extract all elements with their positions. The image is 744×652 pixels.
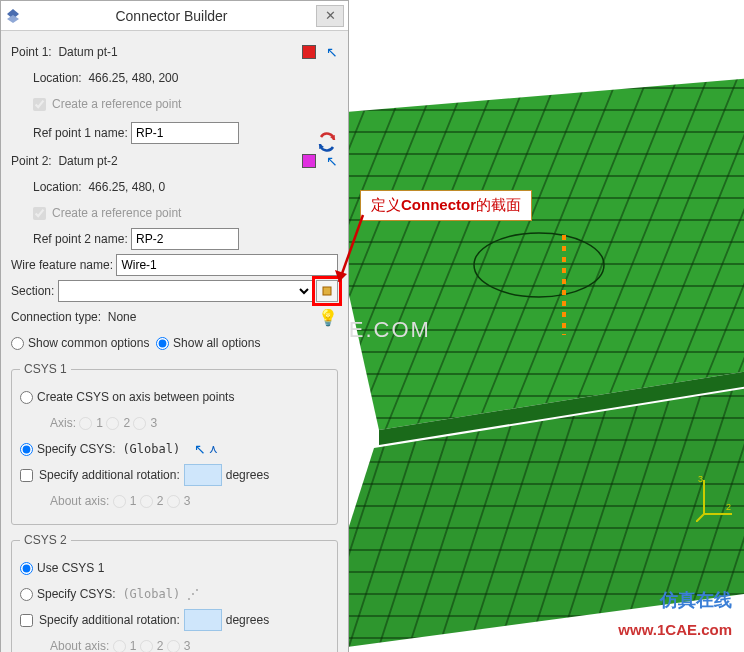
app-icon: [5, 8, 21, 24]
callout-t2: Connector: [401, 196, 476, 213]
pick-csys-icon[interactable]: ↖: [194, 441, 206, 457]
watermark-url: www.1CAE.com: [618, 621, 732, 638]
refname2-label: Ref point 2 name:: [33, 232, 128, 246]
point2-location-value: 466.25, 480, 0: [88, 180, 165, 194]
csys2-specify-label: Specify CSYS:: [37, 587, 116, 601]
show-common-radio[interactable]: [11, 337, 24, 350]
watermark-brand: 仿真在线: [660, 588, 732, 612]
axis2-radio: [106, 417, 119, 430]
csys1-legend: CSYS 1: [20, 362, 71, 376]
conntype-value: None: [108, 310, 137, 324]
point1-location-row: Location: 466.25, 480, 200: [11, 67, 338, 89]
point2-header: Point 2: Datum pt-2 ↖: [11, 150, 338, 172]
svg-text:3: 3: [698, 474, 703, 484]
ab2: 2: [157, 494, 164, 508]
csys1-degrees-input[interactable]: [184, 464, 222, 486]
about-axis2-label: About axis:: [50, 639, 109, 652]
annotation-callout: 定义Connector的截面: [360, 190, 532, 221]
section-label: Section:: [11, 284, 54, 298]
csys2-specify-radio[interactable]: [20, 588, 33, 601]
svg-marker-10: [7, 15, 19, 23]
show-all-radio[interactable]: [156, 337, 169, 350]
point2-label: Point 2:: [11, 154, 52, 168]
csys2-use1-label: Use CSYS 1: [37, 561, 104, 575]
callout-t1: 定义: [371, 196, 401, 213]
point1-createref-checkbox: [33, 98, 46, 111]
axis-label: Axis:: [50, 416, 76, 430]
point1-datum: Datum pt-1: [58, 45, 117, 59]
axis3-l: 3: [150, 416, 157, 430]
csys1-create-axis-radio[interactable]: [20, 391, 33, 404]
ab3: 3: [184, 494, 191, 508]
createref-label: Create a reference point: [52, 97, 181, 111]
about-axis-label: About axis:: [50, 494, 109, 508]
svg-line-14: [339, 215, 363, 282]
ref-point2-name-input[interactable]: [131, 228, 239, 250]
createref-label: Create a reference point: [52, 206, 181, 220]
wire-label: Wire feature name:: [11, 258, 113, 272]
point1-location-value: 466.25, 480, 200: [88, 71, 178, 85]
pick-csys2-icon: ⋰: [187, 587, 199, 601]
deg2-label: degrees: [226, 613, 269, 627]
c2about2-radio: [140, 640, 153, 653]
viewport-axes-icon: 2 3: [696, 472, 736, 522]
svg-marker-4: [349, 70, 744, 430]
svg-line-18: [696, 514, 704, 522]
point1-label: Point 1:: [11, 45, 52, 59]
close-button[interactable]: ✕: [316, 5, 344, 27]
callout-t3: 的截面: [476, 196, 521, 213]
point2-location-row: Location: 466.25, 480, 0: [11, 176, 338, 198]
csys1-rotation-checkbox[interactable]: [20, 469, 33, 482]
swap-points-icon[interactable]: [316, 131, 338, 158]
deg-label: degrees: [226, 468, 269, 482]
wire-feature-name-input[interactable]: [116, 254, 338, 276]
csys2-degrees-input[interactable]: [184, 609, 222, 631]
connection-type-row: Connection type: None 💡: [11, 306, 338, 328]
section-row: Section:: [11, 280, 338, 302]
csys2-global: (Global): [122, 587, 180, 601]
ab1: 1: [130, 494, 137, 508]
point1-header: Point 1: Datum pt-1 ↖: [11, 41, 338, 63]
csys2-rot-label: Specify additional rotation:: [39, 613, 180, 627]
csys1-global: (Global): [122, 442, 180, 456]
csys2-use1-radio[interactable]: [20, 562, 33, 575]
point2-createref-row: Create a reference point: [11, 202, 338, 224]
axes-icon[interactable]: ⋏: [209, 442, 218, 456]
wire-name-row: Wire feature name:: [11, 254, 338, 276]
point2-datum: Datum pt-2: [58, 154, 117, 168]
point2-refname-row: Ref point 2 name:: [11, 228, 338, 250]
axis3-radio: [133, 417, 146, 430]
opt-all-label: Show all options: [173, 336, 260, 350]
c2about1-radio: [113, 640, 126, 653]
csys2-group: CSYS 2 Use CSYS 1 Specify CSYS: (Global)…: [11, 533, 338, 652]
csys1-specify-radio[interactable]: [20, 443, 33, 456]
hint-icon[interactable]: 💡: [318, 308, 338, 327]
about3-radio: [167, 495, 180, 508]
point2-color-swatch[interactable]: [302, 154, 316, 168]
about1-radio: [113, 495, 126, 508]
svg-rect-13: [323, 287, 331, 295]
point1-createref-row: Create a reference point: [11, 93, 338, 115]
c2ab3: 3: [184, 639, 191, 652]
c2ab2: 2: [157, 639, 164, 652]
opt-common-label: Show common options: [28, 336, 149, 350]
pick-icon[interactable]: ↖: [326, 44, 338, 60]
csys2-legend: CSYS 2: [20, 533, 71, 547]
section-select[interactable]: [58, 280, 313, 302]
c2ab1: 1: [130, 639, 137, 652]
svg-text:2: 2: [726, 502, 731, 512]
ref-point1-name-input[interactable]: [131, 122, 239, 144]
point2-createref-checkbox: [33, 207, 46, 220]
csys1-create-label: Create CSYS on axis between points: [37, 390, 234, 404]
titlebar[interactable]: Connector Builder ✕: [1, 1, 348, 31]
location-label: Location:: [33, 180, 82, 194]
csys2-rotation-checkbox[interactable]: [20, 614, 33, 627]
point1-color-swatch[interactable]: [302, 45, 316, 59]
options-row: Show common options Show all options: [11, 332, 338, 354]
location-label: Location:: [33, 71, 82, 85]
csys1-specify-label: Specify CSYS:: [37, 442, 116, 456]
csys1-rot-label: Specify additional rotation:: [39, 468, 180, 482]
callout-arrow: [333, 210, 373, 290]
svg-marker-15: [335, 270, 347, 282]
refname1-label: Ref point 1 name:: [33, 126, 128, 140]
